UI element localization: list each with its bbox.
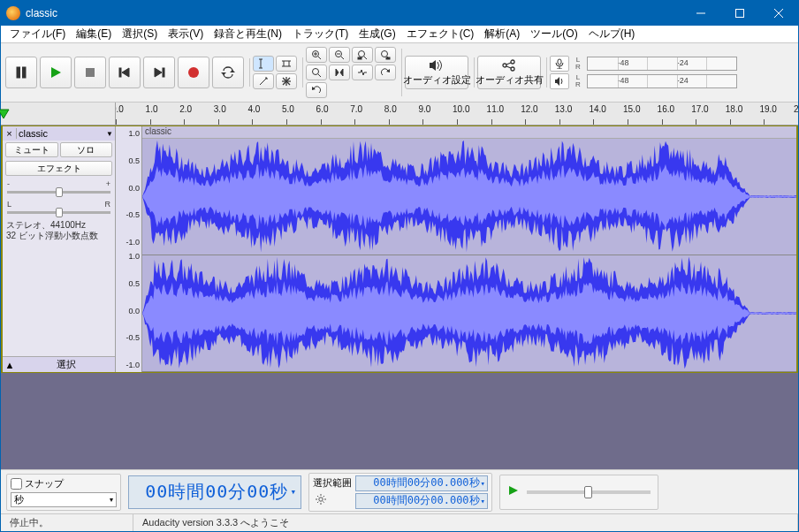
- svg-rect-8: [119, 68, 121, 77]
- stop-button[interactable]: [74, 57, 106, 88]
- timeline-ruler[interactable]: 0.01.02.03.04.05.06.07.08.09.010.011.012…: [116, 103, 798, 125]
- solo-button[interactable]: ソロ: [60, 142, 113, 157]
- draw-tool[interactable]: [253, 73, 274, 89]
- playhead-marker-icon[interactable]: [0, 108, 11, 120]
- speaker-icon: [554, 76, 565, 87]
- svg-line-38: [318, 74, 321, 77]
- selection-settings-button[interactable]: [313, 491, 329, 507]
- audio-setup-button[interactable]: オーディオ設定: [405, 56, 468, 89]
- skip-start-button[interactable]: [109, 57, 141, 88]
- menu-help[interactable]: ヘルプ(H): [583, 26, 641, 42]
- status-bar: 停止中。 Audacity version 3.3.3 へようこそ: [1, 513, 798, 531]
- menu-analyze[interactable]: 解析(A): [479, 26, 525, 42]
- waveform-left[interactable]: [142, 139, 796, 255]
- pan-slider[interactable]: LR: [3, 198, 115, 218]
- svg-line-32: [364, 57, 367, 59]
- play-at-speed-button[interactable]: [507, 484, 520, 499]
- record-button[interactable]: [178, 57, 209, 88]
- menu-tracks[interactable]: トラック(T): [287, 26, 354, 42]
- zoom-toggle-button[interactable]: [306, 65, 327, 80]
- track-format-info: ステレオ、44100Hz 32 ビット浮動小数点数: [3, 218, 115, 243]
- loop-button[interactable]: [212, 57, 244, 88]
- gear-icon: [315, 493, 327, 505]
- menu-select[interactable]: 選択(S): [117, 26, 163, 42]
- svg-point-45: [511, 67, 514, 71]
- toolbar: オーディオ設定 オーディオ共有 LR -48 -24: [1, 43, 798, 103]
- play-meter[interactable]: -48 -24: [587, 74, 737, 88]
- svg-rect-4: [17, 67, 20, 78]
- menu-view[interactable]: 表示(V): [163, 26, 209, 42]
- track-menu-button[interactable]: classic ▼: [17, 128, 115, 139]
- svg-rect-36: [386, 57, 390, 59]
- svg-rect-11: [163, 68, 164, 77]
- track-collapse-button[interactable]: ▲: [3, 360, 17, 370]
- pause-button[interactable]: [5, 57, 37, 88]
- selection-tool[interactable]: [253, 56, 274, 72]
- fit-selection-button[interactable]: [352, 47, 373, 63]
- menu-transport[interactable]: 録音と再生(N): [209, 26, 287, 42]
- snap-panel: スナップ 秒 ▾: [6, 474, 121, 511]
- track-close-button[interactable]: ×: [3, 128, 17, 139]
- trim-button[interactable]: [329, 65, 350, 80]
- selection-panel: 選択範囲 00時間00分00.000秒▾ 00時間00分00.000秒▾: [308, 473, 492, 512]
- svg-marker-39: [336, 69, 339, 76]
- svg-line-47: [506, 66, 511, 68]
- undo-button[interactable]: [306, 82, 327, 98]
- chevron-down-icon: ▾: [290, 486, 297, 498]
- mute-button[interactable]: ミュート: [5, 142, 58, 157]
- svg-marker-9: [122, 68, 129, 77]
- snap-checkbox[interactable]: [11, 478, 22, 490]
- svg-point-37: [313, 69, 319, 75]
- fit-project-button[interactable]: [375, 47, 396, 63]
- zoom-out-button[interactable]: [329, 47, 350, 63]
- snap-label: スナップ: [25, 477, 64, 490]
- envelope-tool[interactable]: [276, 56, 297, 72]
- svg-line-46: [506, 63, 511, 65]
- app-window: classic ファイル(F) 編集(E) 選択(S) 表示(V) 録音と再生(…: [0, 0, 799, 532]
- maximize-button[interactable]: [720, 1, 759, 26]
- selection-start-time[interactable]: 00時間00分00.000秒▾: [355, 475, 488, 491]
- record-meter[interactable]: -48 -24: [587, 57, 737, 71]
- silence-button[interactable]: [352, 65, 373, 80]
- selection-end-time[interactable]: 00時間00分00.000秒▾: [355, 493, 488, 509]
- play-button[interactable]: [40, 57, 72, 88]
- svg-marker-40: [340, 69, 343, 76]
- record-meter-button[interactable]: [550, 56, 569, 72]
- gain-slider[interactable]: -+: [3, 178, 115, 198]
- menu-tools[interactable]: ツール(O): [525, 26, 582, 42]
- menu-bar: ファイル(F) 編集(E) 選択(S) 表示(V) 録音と再生(N) トラック(…: [1, 26, 798, 43]
- selection-label: 選択範囲: [313, 476, 352, 490]
- play-meter-button[interactable]: [550, 73, 569, 89]
- menu-generate[interactable]: 生成(G): [354, 26, 400, 42]
- svg-marker-49: [0, 110, 9, 118]
- time-display[interactable]: 00時間00分00秒▾: [128, 475, 301, 509]
- effects-button[interactable]: エフェクト: [5, 161, 112, 176]
- minimize-button[interactable]: [681, 1, 720, 26]
- svg-rect-33: [358, 57, 361, 59]
- svg-rect-48: [558, 59, 561, 65]
- status-message: Audacity version 3.3.3 へようこそ: [133, 514, 798, 531]
- menu-edit[interactable]: 編集(E): [71, 26, 117, 42]
- menu-file[interactable]: ファイル(F): [4, 26, 71, 42]
- share-audio-button[interactable]: オーディオ共有: [477, 56, 541, 89]
- close-button[interactable]: [759, 1, 798, 26]
- track-select-button[interactable]: 選択: [17, 358, 115, 371]
- multi-tool[interactable]: [276, 73, 297, 89]
- playback-speed-slider[interactable]: [527, 490, 651, 494]
- svg-point-52: [319, 498, 323, 501]
- zoom-in-button[interactable]: [306, 47, 327, 63]
- svg-rect-1: [736, 10, 744, 18]
- chevron-down-icon: ▾: [110, 496, 113, 504]
- clip-name[interactable]: classic: [142, 126, 796, 139]
- menu-effect[interactable]: エフェクト(C): [401, 26, 480, 42]
- snap-unit-select[interactable]: 秒 ▾: [11, 492, 117, 507]
- amplitude-ruler[interactable]: 1.00.50.0-0.5-1.01.00.50.0-0.5-1.0: [116, 126, 142, 372]
- svg-line-29: [341, 57, 344, 59]
- microphone-icon: [554, 58, 565, 69]
- tracks-empty-area[interactable]: [1, 373, 798, 469]
- waveform-right[interactable]: [142, 255, 796, 372]
- svg-marker-14: [230, 70, 235, 72]
- skip-end-button[interactable]: [143, 57, 175, 88]
- play-at-speed-panel: [499, 475, 658, 510]
- redo-button[interactable]: [375, 65, 396, 80]
